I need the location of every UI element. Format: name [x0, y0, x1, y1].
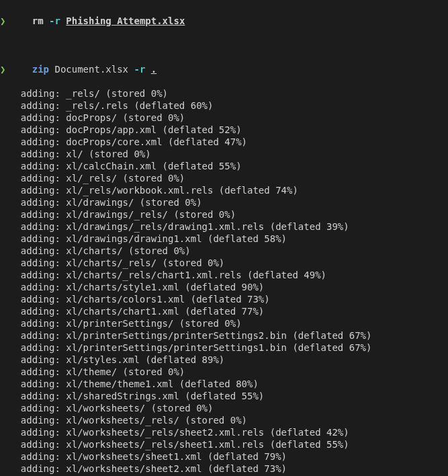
- output-line: adding: xl/drawings/drawing1.xml (deflat…: [0, 233, 448, 245]
- output-line: adding: xl/charts/colors1.xml (deflated …: [0, 293, 448, 305]
- output-line: adding: docProps/core.xml (deflated 47%): [0, 136, 448, 148]
- cmd-zip: zip: [32, 64, 49, 75]
- output-line: adding: docProps/ (stored 0%): [0, 112, 448, 124]
- command-line-2: ❯zip Document.xlsx -r .: [0, 51, 448, 87]
- arg-output: Document.xlsx: [54, 64, 128, 75]
- arg-dot: .: [151, 64, 156, 75]
- output-line: adding: xl/charts/ (stored 0%): [0, 245, 448, 257]
- output-line: adding: xl/worksheets/_rels/sheet1.xml.r…: [0, 438, 448, 450]
- terminal[interactable]: ❯rm -r Phishing Attempt.xlsx ❯zip Docume…: [0, 0, 448, 476]
- command-line-1: ❯rm -r Phishing Attempt.xlsx: [0, 3, 448, 39]
- output-line: adding: xl/charts/style1.xml (deflated 9…: [0, 281, 448, 293]
- output-line: adding: xl/calcChain.xml (deflated 55%): [0, 160, 448, 172]
- blank-line: [0, 39, 448, 51]
- output-line: adding: xl/worksheets/sheet2.xml (deflat…: [0, 463, 448, 475]
- output-line: adding: xl/_rels/workbook.xml.rels (defl…: [0, 184, 448, 196]
- flag-r: -r: [134, 64, 145, 75]
- output-line: adding: xl/drawings/_rels/ (stored 0%): [0, 208, 448, 221]
- output-line: adding: xl/charts/_rels/chart1.xml.rels …: [0, 269, 448, 281]
- output-line: adding: xl/printerSettings/ (stored 0%): [0, 317, 448, 329]
- output-line: adding: xl/sharedStrings.xml (deflated 5…: [0, 390, 448, 402]
- output-line: adding: xl/printerSettings/printerSettin…: [0, 342, 448, 354]
- arg-file: Phishing Attempt.xlsx: [66, 15, 185, 26]
- zip-output: adding: _rels/ (stored 0%) adding: _rels…: [0, 87, 448, 476]
- flag-r: -r: [49, 15, 60, 26]
- output-line: adding: xl/worksheets/ (stored 0%): [0, 402, 448, 414]
- prompt-icon: ❯: [0, 15, 9, 27]
- output-line: adding: xl/charts/_rels/ (stored 0%): [0, 257, 448, 269]
- output-line: adding: xl/printerSettings/printerSettin…: [0, 329, 448, 342]
- output-line: adding: xl/_rels/ (stored 0%): [0, 172, 448, 184]
- output-line: adding: xl/theme/ (stored 0%): [0, 366, 448, 378]
- cmd-rm: rm: [32, 15, 44, 26]
- output-line: adding: _rels/ (stored 0%): [0, 87, 448, 100]
- prompt-icon: ❯: [0, 63, 9, 75]
- output-line: adding: xl/charts/chart1.xml (deflated 7…: [0, 305, 448, 317]
- output-line: adding: docProps/app.xml (deflated 52%): [0, 124, 448, 136]
- output-line: adding: _rels/.rels (deflated 60%): [0, 100, 448, 112]
- output-line: adding: xl/styles.xml (deflated 89%): [0, 354, 448, 366]
- output-line: adding: xl/worksheets/_rels/ (stored 0%): [0, 414, 448, 426]
- output-line: adding: xl/drawings/_rels/drawing1.xml.r…: [0, 221, 448, 233]
- output-line: adding: xl/worksheets/_rels/sheet2.xml.r…: [0, 426, 448, 438]
- output-line: adding: xl/ (stored 0%): [0, 148, 448, 160]
- output-line: adding: xl/worksheets/sheet1.xml (deflat…: [0, 450, 448, 463]
- output-line: adding: xl/theme/theme1.xml (deflated 80…: [0, 378, 448, 390]
- output-line: adding: xl/drawings/ (stored 0%): [0, 196, 448, 208]
